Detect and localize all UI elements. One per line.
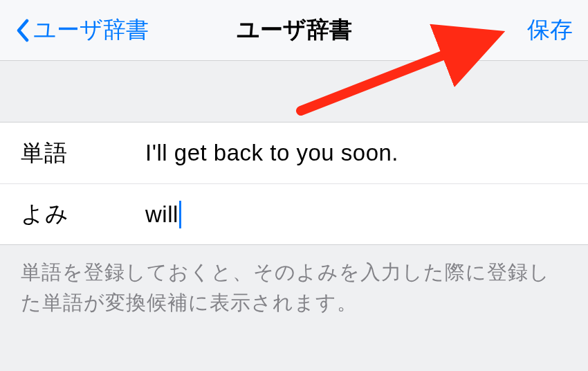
footer-hint: 単語を登録しておくと、そのよみを入力した際に登録した単語が変換候補に表示されます…	[0, 245, 588, 330]
reading-label: よみ	[21, 199, 145, 230]
back-button[interactable]: ユーザ辞書	[15, 15, 149, 46]
word-row: 単語	[0, 123, 588, 183]
word-label: 単語	[21, 138, 145, 169]
reading-value: will	[145, 201, 178, 228]
word-input[interactable]	[145, 140, 588, 166]
text-cursor-icon	[179, 201, 181, 228]
form: 単語 よみ will	[0, 122, 588, 245]
back-label: ユーザ辞書	[33, 15, 149, 46]
reading-input[interactable]: will	[145, 201, 588, 228]
save-button[interactable]: 保存	[527, 15, 573, 46]
reading-row: よみ will	[0, 183, 588, 244]
chevron-left-icon	[15, 19, 29, 42]
spacer	[0, 61, 588, 122]
navbar: ユーザ辞書 ユーザ辞書 保存	[0, 0, 588, 61]
page-title: ユーザ辞書	[237, 15, 352, 46]
